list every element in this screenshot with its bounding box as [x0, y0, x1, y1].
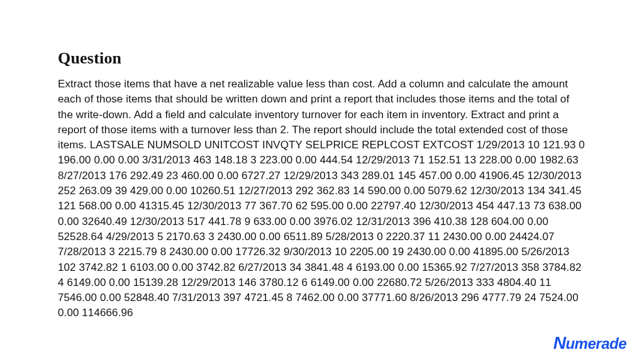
- question-body: Extract those items that have a net real…: [58, 77, 586, 321]
- brand-text: umerade: [565, 335, 626, 352]
- question-page: Question Extract those items that have a…: [0, 0, 644, 362]
- brand-logo: Numerade: [553, 333, 626, 353]
- question-heading: Question: [58, 49, 586, 68]
